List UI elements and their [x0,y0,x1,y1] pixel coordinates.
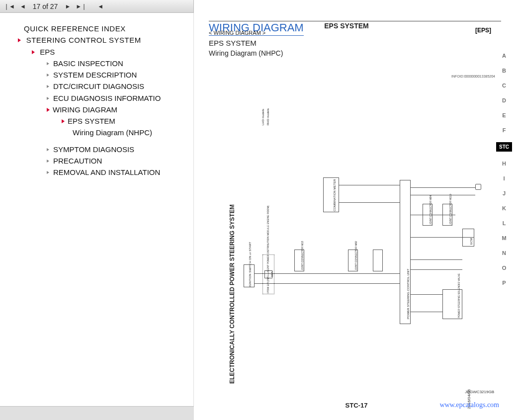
collapsed-icon [47,74,49,77]
page-header: EPS SYSTEM < WIRING DIAGRAM > [EPS] [194,29,499,36]
tree-item-eps-system[interactable]: EPS SYSTEM [62,115,189,127]
section-index-column: A B C D E F STC H I J K L M N O P [496,53,512,286]
section-letter[interactable]: A [496,53,512,59]
combination-label: COMBINATION METER [333,179,336,211]
power-unit-label: POWER STEERING CONTROL UNIT [407,269,410,319]
ecm-label: ECM [470,238,473,245]
eps-tag: [EPS] [475,27,491,34]
sidebar-statusbar [0,406,194,420]
section-letter[interactable]: B [496,68,512,74]
section-letter[interactable]: F [496,127,512,133]
joint4-label: JOINT CONNECTOR M119 [449,194,452,225]
wire [411,237,474,238]
section-letter[interactable]: N [496,250,512,256]
section-letter[interactable]: I [496,175,512,181]
prev-page-icon[interactable]: ◄ [20,3,26,10]
tree-label: Wiring Diagram (NHPC) [73,128,152,137]
section-letter[interactable]: M [496,235,512,241]
diagram-title: ELECTRONICALLY CONTROLLED POWER STEERING… [229,204,236,384]
wire [411,187,475,188]
collapsed-icon [47,171,49,174]
page-h2: EPS SYSTEM [209,39,519,47]
tree-label: EPS SYSTEM [68,117,115,125]
page-number: STC-17 [346,402,368,409]
infoid: INFOID:0000000013385204 [451,75,495,78]
section-letter[interactable]: D [496,97,512,103]
section-letter[interactable]: E [496,112,512,118]
page-indicator: 17 of 27 [33,2,58,10]
last-page-icon[interactable]: ►❘ [76,3,86,10]
joint3-label: JOINT CONNECTOR M84 [429,195,432,225]
section-letter[interactable]: K [496,205,512,211]
wire [411,195,475,195]
models-lhd: LHD models [261,109,264,125]
header-title: EPS SYSTEM [194,22,499,30]
ignition-label: IGNITION SWITCH ON or START [249,242,252,287]
section-current[interactable]: STC [496,142,512,152]
page-h3: Wiring Diagram (NHPC) [209,49,519,57]
expanded-icon [32,50,35,54]
first-page-icon[interactable]: ❘◄ [4,3,15,10]
section-letter[interactable]: P [496,280,512,286]
expanded-icon [47,108,50,112]
tree-item[interactable]: SYSTEM DESCRIPTION [47,69,189,81]
tree-item[interactable]: SYMPTOM DIAGNOSIS [47,144,189,155]
collapsed-icon [47,85,49,88]
breadcrumb: < WIRING DIAGRAM > [209,30,499,36]
wire [339,202,400,203]
models-rhd: RHD models [266,108,269,125]
wire [339,185,400,185]
wire [411,312,442,312]
tree-label: WIRING DIAGRAM [53,105,117,114]
watermark: www.epcatalogs.com [439,401,499,409]
tree-item[interactable]: ECU DIAGNOSIS INFORMATIO [47,92,189,104]
tree-label: REMOVAL AND INSTALLATION [53,168,160,176]
combination-meter-box [323,177,339,212]
tree-root-item[interactable]: QUICK REFERENCE INDEX [24,23,189,34]
tree-leaf[interactable]: Wiring Diagram (NHPC) [73,127,189,138]
tree-item-wiring[interactable]: WIRING DIAGRAM [47,104,189,115]
fuse-label: 10A [270,271,273,277]
tree-label: STEERING CONTROL SYSTEM [26,36,141,44]
wire [411,294,442,295]
joint1-label: JOINT CONNECTOR M13 [301,241,304,270]
section-letter[interactable]: O [496,265,512,271]
section-letter[interactable]: J [496,190,512,196]
tree-section[interactable]: STEERING CONTROL SYSTEM [18,34,189,46]
wire [411,269,462,270]
wire [255,283,400,284]
next-page-icon[interactable]: ► [65,3,71,10]
tree-label: DTC/CIRCUIT DIAGNOSIS [53,82,144,90]
collapsed-icon [47,97,49,100]
tree-item[interactable]: BASIC INSPECTION [47,58,189,69]
tree-item[interactable]: DTC/CIRCUIT DIAGNOSIS [47,81,189,92]
section-letter[interactable]: L [496,220,512,226]
wire [255,273,400,274]
pager-toolbar: ❘◄ ◄ 17 of 27 ► ►❘ ◄ [0,0,194,13]
tree-label: SYSTEM DESCRIPTION [53,71,137,79]
wire [411,215,455,215]
tree-item[interactable]: REMOVAL AND INSTALLATION [47,167,189,178]
expanded-icon [62,119,65,123]
tree-label: EPS [40,48,55,56]
main-container: QUICK REFERENCE INDEX STEERING CONTROL S… [0,13,519,420]
tree-label: PRECAUTION [53,157,102,165]
section-letter[interactable]: H [496,161,512,167]
expanded-icon [18,38,21,42]
tree-label: BASIC INSPECTION [53,59,123,68]
section-letter[interactable]: C [496,83,512,88]
tree-label: ECU DIAGNOSIS INFORMATIO [53,94,161,102]
tree-item[interactable]: PRECAUTION [47,155,189,167]
wire [411,259,462,260]
joint2-label: JOINT CONNECTOR M82 [354,241,357,270]
sidebar: QUICK REFERENCE INDEX STEERING CONTROL S… [0,13,194,420]
ipdm-label: IPDM E/R (INTELLIGENT POWER DISTRIBUTION… [266,206,269,293]
tree-group[interactable]: EPS [32,46,189,58]
wiring-diagram: ELECTRONICALLY CONTROLLED POWER STEERING… [224,90,482,394]
tree-label: QUICK REFERENCE INDEX [24,24,126,33]
joint-connector-3 [373,250,383,271]
nav-tree: QUICK REFERENCE INDEX STEERING CONTROL S… [13,23,189,178]
back-icon[interactable]: ◄ [97,3,103,10]
collapsed-icon [47,148,49,151]
tree-label: SYMPTOM DIAGNOSIS [53,145,134,154]
